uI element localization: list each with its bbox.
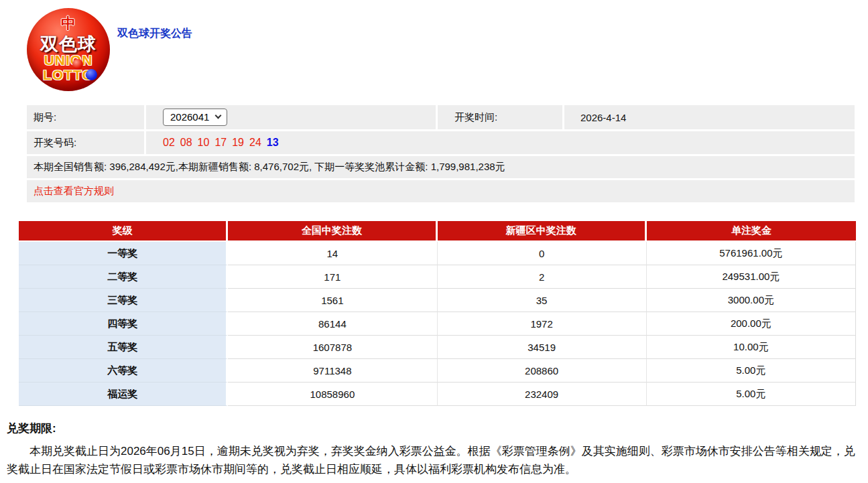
prize-level-cell: 一等奖 <box>19 242 228 265</box>
issue-value-cell: 2026041 <box>146 105 436 129</box>
col-header-national-winners: 全国中奖注数 <box>228 221 437 242</box>
prize-value-cell: 5761961.00元 <box>647 242 856 265</box>
prize-value-cell: 5.00元 <box>647 383 856 406</box>
prize-value-cell: 2 <box>438 265 647 289</box>
prize-value-cell: 35 <box>438 289 647 312</box>
prize-value-cell: 3000.00元 <box>647 289 856 312</box>
chevron-down-icon <box>215 113 222 119</box>
red-number: 17 <box>214 137 227 149</box>
numbers-label: 开奖号码: <box>27 131 144 154</box>
chinese-knot-icon: 中 <box>27 13 110 33</box>
prize-value-cell: 0 <box>438 242 647 265</box>
prize-value-cell: 208860 <box>438 359 647 383</box>
issue-select-value: 2026041 <box>170 111 209 123</box>
blue-number: 13 <box>267 137 279 149</box>
issue-label: 期号: <box>27 105 144 129</box>
issue-select[interactable]: 2026041 <box>163 109 227 126</box>
prize-level-cell: 三等奖 <box>19 289 228 312</box>
draw-time-label: 开奖时间: <box>438 105 562 129</box>
prize-value-cell: 1972 <box>438 312 647 336</box>
prize-value-cell: 249531.00元 <box>647 265 856 289</box>
table-row: 二等奖1712249531.00元 <box>19 265 856 289</box>
logo-lotto-text: LOTTO <box>27 67 110 83</box>
winning-numbers: 02 08 10 17 19 24 13 <box>146 131 855 154</box>
sales-text: 本期全国销售额: 396,284,492元,本期新疆销售额: 8,476,702… <box>34 161 505 174</box>
rules-row: 点击查看官方规则 <box>27 180 855 202</box>
prize-table-head: 奖级 全国中奖注数 新疆区中奖注数 单注奖金 <box>19 221 856 242</box>
prize-value-cell: 5.00元 <box>647 359 856 383</box>
prize-value-cell: 171 <box>228 265 437 289</box>
draw-time-value: 2026-4-14 <box>564 105 855 129</box>
red-ball-icon <box>72 59 83 70</box>
col-header-prize-per-bet: 单注奖金 <box>647 221 856 242</box>
table-row: 三等奖1561353000.00元 <box>19 289 856 312</box>
prize-level-cell: 四等奖 <box>19 312 228 336</box>
red-number: 02 <box>163 137 175 149</box>
logo-red-circle: 中 双色球 UNION LOTTO <box>27 8 110 91</box>
page-title: 双色球开奖公告 <box>117 27 192 41</box>
prize-value-cell: 86144 <box>228 312 437 336</box>
prize-level-cell: 六等奖 <box>19 359 228 383</box>
table-row: 一等奖1405761961.00元 <box>19 242 856 265</box>
table-row: 六等奖97113482088605.00元 <box>19 359 856 383</box>
official-rules-link[interactable]: 点击查看官方规则 <box>34 185 114 198</box>
col-header-xinjiang-winners: 新疆区中奖注数 <box>438 221 647 242</box>
table-row: 五等奖16078783451910.00元 <box>19 336 856 359</box>
draw-info: 期号: 2026041 开奖时间: 2026-4-14 开奖号码: 02 08 … <box>27 105 855 204</box>
union-lotto-logo: 中 双色球 UNION LOTTO <box>27 8 110 95</box>
prize-value-cell: 1607878 <box>228 336 437 359</box>
sales-row: 本期全国销售额: 396,284,492元,本期新疆销售额: 8,476,702… <box>27 156 855 178</box>
red-number: 24 <box>249 137 261 149</box>
prize-value-cell: 1561 <box>228 289 437 312</box>
col-header-level: 奖级 <box>19 221 228 242</box>
prize-value-cell: 34519 <box>438 336 647 359</box>
prize-value-cell: 10858960 <box>228 383 437 406</box>
blue-ball-icon <box>86 69 97 80</box>
prize-value-cell: 14 <box>228 242 437 265</box>
red-number: 10 <box>198 137 210 149</box>
prize-level-cell: 五等奖 <box>19 336 228 359</box>
red-number: 08 <box>180 137 192 149</box>
deadline-paragraph: 本期兑奖截止日为2026年06月15日，逾期未兑奖视为弃奖，弃奖奖金纳入彩票公益… <box>7 442 863 478</box>
prize-value-cell: 232409 <box>438 383 647 406</box>
page: 中 双色球 UNION LOTTO 双色球开奖公告 期号: 2026041 开奖… <box>0 0 868 483</box>
deadline-heading: 兑奖期限: <box>7 421 863 436</box>
numbers-row: 开奖号码: 02 08 10 17 19 24 13 <box>27 131 855 154</box>
prize-table-body: 一等奖1405761961.00元二等奖1712249531.00元三等奖156… <box>19 242 856 406</box>
logo-union-text: UNION <box>27 52 110 68</box>
prize-level-cell: 二等奖 <box>19 265 228 289</box>
table-row: 福运奖108589602324095.00元 <box>19 383 856 406</box>
issue-row: 期号: 2026041 开奖时间: 2026-4-14 <box>27 105 855 129</box>
table-row: 四等奖861441972200.00元 <box>19 312 856 336</box>
prize-level-cell: 福运奖 <box>19 383 228 406</box>
prize-table: 奖级 全国中奖注数 新疆区中奖注数 单注奖金 一等奖1405761961.00元… <box>19 221 856 406</box>
header-row: 奖级 全国中奖注数 新疆区中奖注数 单注奖金 <box>19 221 856 242</box>
redemption-deadline-section: 兑奖期限: 本期兑奖截止日为2026年06月15日，逾期未兑奖视为弃奖，弃奖奖金… <box>7 421 863 478</box>
red-number: 19 <box>232 137 244 149</box>
prize-value-cell: 200.00元 <box>647 312 856 336</box>
prize-value-cell: 10.00元 <box>647 336 856 359</box>
prize-value-cell: 9711348 <box>228 359 437 383</box>
